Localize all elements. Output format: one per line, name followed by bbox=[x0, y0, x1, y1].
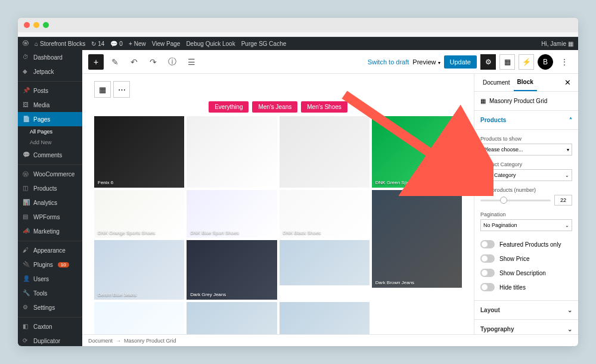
product-tile[interactable] bbox=[187, 240, 277, 300]
sidebar-item-woocommerce[interactable]: ⓌWooCommerce bbox=[18, 167, 82, 181]
admin-sidebar: ⏱Dashboard ◆Jetpack 📌Posts 🖾Media 📄Pages… bbox=[18, 50, 82, 346]
filter-mens-shoes[interactable]: Men's Shoes bbox=[301, 101, 347, 113]
editor-canvas[interactable]: ▦ ⋯ Everything Men's Jeans Men's Shoes bbox=[82, 74, 474, 334]
show-desc-label: Show Description bbox=[499, 270, 546, 276]
block-name-label: Masonry Product Grid bbox=[489, 98, 547, 104]
sidebar-item-wpforms[interactable]: ▤WPForms bbox=[18, 210, 82, 224]
sidebar-item-users[interactable]: 👤Users bbox=[18, 272, 82, 286]
site-name[interactable]: ⌂ Storefront Blocks bbox=[35, 41, 85, 47]
updates-count[interactable]: ↻ 14 bbox=[91, 41, 104, 47]
show-desc-toggle[interactable] bbox=[480, 269, 495, 277]
sidebar-item-posts[interactable]: 📌Posts bbox=[18, 83, 82, 98]
product-tile[interactable] bbox=[280, 240, 370, 285]
update-button[interactable]: Update bbox=[444, 55, 477, 69]
hide-titles-label: Hide titles bbox=[499, 284, 526, 291]
product-tile[interactable] bbox=[187, 116, 277, 188]
close-dot[interactable] bbox=[24, 22, 30, 28]
sidebar-item-media[interactable]: 🖾Media bbox=[18, 98, 82, 112]
sidebar-item-settings[interactable]: ⚙Settings bbox=[18, 300, 82, 315]
close-inspector-button[interactable]: ✕ bbox=[562, 76, 573, 89]
sidebar-item-jetpack[interactable]: ◆Jetpack bbox=[18, 64, 82, 79]
featured-toggle[interactable] bbox=[480, 240, 495, 248]
info-button[interactable]: ⓘ bbox=[164, 54, 180, 70]
breadcrumb: Document → Masonry Product Grid bbox=[82, 334, 578, 346]
sidebar-item-appearance[interactable]: 🖌Appearance bbox=[18, 243, 82, 257]
sidebar-item-pages[interactable]: 📄Pages bbox=[18, 112, 82, 126]
product-tile[interactable] bbox=[187, 302, 277, 334]
block-icon-button[interactable]: ▦ bbox=[499, 54, 515, 70]
sidebar-item-tools[interactable]: 🔧Tools bbox=[18, 286, 82, 300]
switch-draft-link[interactable]: Switch to draft bbox=[368, 58, 409, 66]
product-category-select[interactable]: Any Category⌄ bbox=[480, 169, 572, 181]
block-type-button[interactable]: ▦ bbox=[94, 81, 111, 98]
products-show-label: Products to show bbox=[480, 136, 572, 142]
minimize-dot[interactable] bbox=[33, 22, 39, 28]
jetpack-icon-button[interactable]: ⚡ bbox=[519, 54, 534, 70]
panel-typography-heading[interactable]: Typography⌄ bbox=[474, 320, 578, 334]
tab-document[interactable]: Document bbox=[479, 74, 514, 91]
breadcrumb-block[interactable]: Masonry Product Grid bbox=[124, 338, 176, 344]
sidebar-item-dashboard[interactable]: ⏱Dashboard bbox=[18, 50, 82, 64]
sidebar-item-comments[interactable]: 💬Comments bbox=[18, 148, 82, 162]
max-products-label: Max products (number) bbox=[480, 187, 572, 193]
extra-icon-button[interactable]: B bbox=[538, 54, 553, 70]
editor-header: + ✎ ↶ ↷ ⓘ ☰ Switch to draft Preview ▾ Up… bbox=[82, 50, 578, 74]
product-tile[interactable] bbox=[94, 116, 184, 188]
outline-button[interactable]: ☰ bbox=[184, 54, 199, 70]
product-tile[interactable] bbox=[280, 302, 370, 334]
sidebar-item-marketing[interactable]: 📣Marketing bbox=[18, 224, 82, 238]
product-tile[interactable] bbox=[94, 190, 184, 238]
more-menu-button[interactable]: ⋮ bbox=[557, 54, 572, 70]
comments-count[interactable]: 💬 0 bbox=[110, 41, 123, 47]
product-tile[interactable] bbox=[372, 116, 462, 188]
sidebar-item-analytics[interactable]: 📊Analytics bbox=[18, 195, 82, 210]
edit-mode-button[interactable]: ✎ bbox=[107, 54, 123, 70]
sidebar-sub-addnew[interactable]: Add New bbox=[18, 137, 82, 148]
product-tile[interactable] bbox=[94, 240, 184, 300]
products-show-select[interactable]: Please choose...▾ bbox=[480, 144, 572, 155]
slider-thumb[interactable] bbox=[500, 197, 507, 204]
panel-products-heading[interactable]: Products˄ bbox=[474, 111, 578, 130]
add-block-button[interactable]: + bbox=[88, 54, 104, 70]
tab-block[interactable]: Block bbox=[514, 74, 537, 91]
sidebar-item-products[interactable]: ◫Products bbox=[18, 181, 82, 195]
settings-gear-button[interactable]: ⚙ bbox=[480, 54, 496, 70]
preview-dropdown[interactable]: Preview ▾ bbox=[412, 58, 440, 66]
new-content[interactable]: + New bbox=[129, 41, 146, 47]
purge-cache[interactable]: Purge SG Cache bbox=[241, 41, 287, 47]
redo-button[interactable]: ↷ bbox=[145, 54, 161, 70]
debug-link[interactable]: Debug Quick Look bbox=[186, 41, 235, 47]
sidebar-item-duplicator[interactable]: ⟳Duplicator bbox=[18, 334, 82, 346]
product-tile[interactable] bbox=[94, 302, 184, 334]
filter-mens-jeans[interactable]: Men's Jeans bbox=[252, 101, 297, 113]
pagination-select[interactable]: No Pagination⌄ bbox=[480, 219, 572, 231]
show-price-label: Show Price bbox=[499, 256, 530, 262]
pagination-label: Pagination bbox=[480, 211, 572, 217]
show-price-toggle[interactable] bbox=[480, 254, 495, 263]
breadcrumb-document[interactable]: Document bbox=[88, 338, 113, 344]
product-tile[interactable] bbox=[280, 116, 370, 188]
panel-layout-heading[interactable]: Layout⌄ bbox=[474, 301, 578, 320]
max-products-input[interactable] bbox=[554, 195, 572, 206]
view-page[interactable]: View Page bbox=[152, 41, 181, 47]
block-icon: ▦ bbox=[480, 98, 486, 104]
sidebar-item-caxton[interactable]: ◧Caxton bbox=[18, 319, 82, 334]
max-products-slider[interactable] bbox=[480, 200, 551, 201]
undo-button[interactable]: ↶ bbox=[126, 54, 142, 70]
window-titlebar bbox=[18, 18, 578, 32]
product-tile[interactable] bbox=[187, 190, 277, 238]
hide-titles-toggle[interactable] bbox=[480, 283, 495, 291]
block-inspector: Document Block ✕ ▦ Masonry Product Grid … bbox=[474, 74, 578, 334]
wp-logo[interactable]: ⓦ bbox=[23, 39, 29, 48]
browser-window: ⓦ ⌂ Storefront Blocks ↻ 14 💬 0 + New Vie… bbox=[18, 18, 578, 346]
block-more-button[interactable]: ⋯ bbox=[113, 81, 130, 98]
product-tile[interactable] bbox=[372, 190, 462, 288]
user-greeting[interactable]: Hi, Jamie ▦ bbox=[541, 41, 573, 47]
chevron-up-icon: ˄ bbox=[569, 117, 572, 123]
sidebar-sub-allpages[interactable]: All Pages bbox=[18, 126, 82, 137]
filter-everything[interactable]: Everything bbox=[209, 101, 249, 113]
maximize-dot[interactable] bbox=[43, 22, 49, 28]
product-tile[interactable] bbox=[280, 190, 370, 238]
featured-label: Featured Products only bbox=[499, 241, 561, 248]
sidebar-item-plugins[interactable]: 🔌Plugins10 bbox=[18, 257, 82, 272]
